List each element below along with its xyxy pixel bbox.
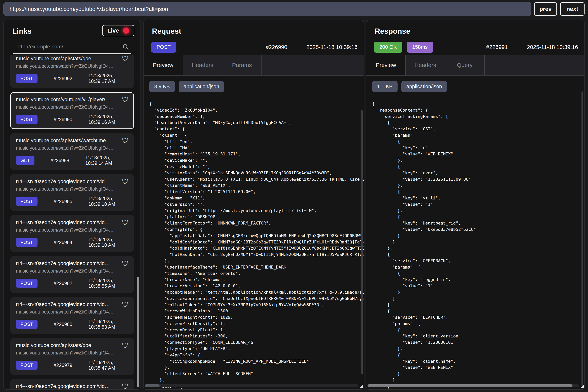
request-item-url: music.youtube.com/api/stats/watchtime [16, 137, 120, 144]
favorite-heart-icon[interactable]: ♡ [122, 382, 128, 389]
request-item-id: #226984 [54, 240, 72, 245]
favorite-heart-icon[interactable]: ♡ [122, 96, 128, 104]
request-list-item[interactable]: music.youtube.com/api/stats/qoe ♡ music.… [10, 55, 134, 88]
search-icon [122, 43, 129, 50]
request-size-badge: 3.9 KB [149, 81, 175, 92]
request-item-url: rr4---sn-t0aedn7e.googlevideo.com/vid… [16, 260, 120, 267]
links-search-input[interactable] [16, 41, 130, 52]
request-item-meta: GET #226988 11/18/2025, 10:39:14 AM [16, 155, 128, 166]
method-badge: POST [16, 238, 38, 247]
response-horizontal-scrollbar-track[interactable] [368, 384, 579, 388]
live-indicator-icon [123, 28, 129, 34]
request-item-meta: POST #226992 11/18/2025, 10:39:17 AM [16, 73, 128, 84]
request-list-item[interactable]: rr4---sn-t0aedn7e.googlevideo.com/vid… ♡… [10, 297, 134, 334]
request-list-item[interactable]: rr4---sn-t0aedn7e.googlevideo.com/vid… ♡… [10, 256, 134, 293]
response-duration-badge: 158ms [407, 42, 433, 53]
method-badge: POST [16, 279, 38, 288]
method-badge: GET [16, 156, 34, 165]
url-input[interactable] [4, 2, 531, 16]
request-item-id: #226982 [54, 280, 72, 286]
request-list-item[interactable]: music.youtube.com/api/stats/qoe ♡ music.… [10, 338, 134, 375]
request-item-url: music.youtube.com/api/stats/qoe [16, 342, 120, 348]
response-timestamp: 2025-11-18 10:39:16 [527, 44, 578, 50]
tab-headers[interactable]: Headers [183, 55, 222, 76]
request-item-timestamp: 11/18/2025, 10:39:10 AM [88, 196, 128, 207]
request-list-item[interactable]: rr4---sn-t0aedn7e.googlevideo.com/vid… ♡… [10, 174, 134, 211]
request-vertical-scrollbar[interactable] [361, 110, 363, 374]
favorite-heart-icon[interactable]: ♡ [122, 342, 128, 349]
request-list-item[interactable]: music.youtube.com/youtubei/v1/player/… ♡… [10, 92, 134, 129]
request-list-item[interactable]: rr4---sn-t0aedn7e.googlevideo.com/vid… ♡… [10, 379, 134, 389]
request-item-meta: POST #226990 11/18/2025, 10:39:16 AM [16, 114, 128, 125]
request-item-meta: POST #226985 11/18/2025, 10:39:10 AM [16, 196, 128, 207]
method-badge: POST [16, 320, 38, 329]
request-item-timestamp: 11/18/2025, 10:39:10 AM [88, 237, 128, 248]
request-item-timestamp: 11/18/2025, 10:39:17 AM [88, 73, 128, 84]
request-item-timestamp: 11/18/2025, 10:38:53 AM [88, 319, 128, 330]
request-item-page-url: music.youtube.com/watch?v=ZkCUfoNgIO4… [16, 186, 120, 192]
request-item-meta: POST #226980 11/18/2025, 10:38:53 AM [16, 319, 128, 330]
request-item-url: rr4---sn-t0aedn7e.googlevideo.com/vid… [16, 178, 120, 185]
request-item-timestamp: 11/18/2025, 10:39:14 AM [85, 155, 128, 166]
method-badge: POST [16, 74, 38, 83]
response-status-badge: 200 OK [374, 42, 402, 53]
request-horizontal-scrollbar-track[interactable] [145, 384, 358, 388]
request-item-id: #226992 [54, 76, 72, 81]
request-item-page-url: music.youtube.com/watch?v=ZkCUfoNgIO4… [16, 350, 120, 356]
request-id: #226990 [266, 44, 287, 50]
tab-preview[interactable]: Preview [144, 55, 183, 76]
prev-button[interactable]: prev [534, 2, 557, 16]
response-panel-title: Response [375, 27, 410, 36]
response-panel: Response 200 OK 158ms #226991 2025-11-18… [366, 20, 584, 390]
request-content: 3.9 KB application/json { "videoId": "Zk… [144, 76, 364, 389]
links-list-scrollbar[interactable] [137, 277, 139, 387]
request-item-timestamp: 11/18/2025, 10:38:55 AM [88, 278, 128, 289]
response-vertical-scrollbar[interactable] [582, 92, 583, 386]
request-item-id: #226990 [54, 117, 72, 122]
response-content: 1.1 KB application/json { "responseConte… [366, 76, 584, 389]
request-panel-title: Request [152, 27, 181, 36]
links-search-row [16, 41, 130, 52]
request-resize-grip-icon [360, 385, 363, 388]
tab-params[interactable]: Params [222, 55, 262, 76]
links-list: music.youtube.com/api/stats/qoe ♡ music.… [4, 55, 140, 389]
request-item-id: #226988 [50, 158, 69, 163]
request-item-timestamp: 11/18/2025, 10:39:16 AM [88, 114, 128, 125]
favorite-heart-icon[interactable]: ♡ [122, 260, 128, 268]
response-id: #226991 [486, 44, 508, 50]
links-panel-title: Links [12, 27, 32, 36]
request-item-meta: POST #226982 11/18/2025, 10:38:55 AM [16, 278, 128, 289]
response-size-badge: 1.1 KB [372, 81, 398, 92]
response-header-meta: 200 OK 158ms #226991 2025-11-18 10:39:16 [374, 42, 578, 53]
favorite-heart-icon[interactable]: ♡ [122, 137, 128, 144]
request-panel: Request POST #226990 2025-11-18 10:39:16… [143, 20, 364, 390]
favorite-heart-icon[interactable]: ♡ [122, 301, 128, 308]
request-item-url: music.youtube.com/youtubei/v1/player/… [16, 96, 120, 103]
request-tabbar: PreviewHeadersParams [144, 55, 364, 76]
request-item-page-url: music.youtube.com/watch?v=ZkCUfoNgIO4… [16, 104, 120, 110]
request-item-url: rr4---sn-t0aedn7e.googlevideo.com/vid… [16, 301, 120, 308]
request-list-item[interactable]: music.youtube.com/api/stats/watchtime ♡ … [10, 133, 134, 170]
response-horizontal-scrollbar-thumb[interactable] [368, 384, 572, 388]
favorite-heart-icon[interactable]: ♡ [122, 178, 128, 186]
tab-headers[interactable]: Headers [406, 55, 445, 76]
method-badge: POST [16, 115, 38, 124]
request-item-id: #226985 [54, 199, 72, 204]
tab-query[interactable]: Query [445, 55, 485, 76]
request-item-url: music.youtube.com/api/stats/qoe [16, 55, 120, 62]
request-list-item[interactable]: rr4---sn-t0aedn7e.googlevideo.com/vid… ♡… [10, 215, 134, 252]
live-toggle-label: Live [108, 27, 119, 34]
request-header-meta: POST #226990 2025-11-18 10:39:16 [151, 42, 358, 53]
request-item-meta: POST #226979 11/18/2025, 10:38:47 AM [16, 360, 128, 371]
favorite-heart-icon[interactable]: ♡ [122, 219, 128, 226]
next-button[interactable]: next [560, 2, 584, 16]
request-horizontal-scrollbar-thumb[interactable] [145, 384, 160, 388]
method-badge: POST [16, 197, 38, 206]
tab-preview[interactable]: Preview [366, 55, 406, 76]
request-item-page-url: music.youtube.com/watch?v=ZkCUfoNgIO4… [16, 227, 120, 233]
live-toggle-button[interactable]: Live [102, 25, 134, 36]
request-item-id: #226980 [54, 322, 72, 327]
request-item-timestamp: 11/18/2025, 10:38:47 AM [88, 360, 128, 371]
favorite-heart-icon[interactable]: ♡ [122, 55, 128, 62]
response-resize-grip-icon [580, 385, 584, 388]
